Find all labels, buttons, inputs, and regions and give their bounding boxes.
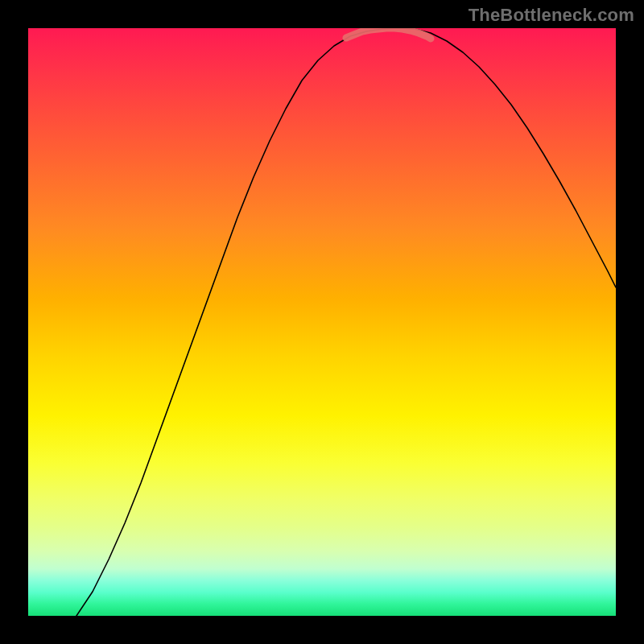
chart-svg — [28, 28, 616, 616]
chart-frame: TheBottleneck.com — [0, 0, 644, 644]
optimal-range-highlight — [346, 28, 431, 39]
bottleneck-curve — [76, 28, 616, 616]
watermark-text: TheBottleneck.com — [469, 5, 634, 26]
plot-area — [28, 28, 616, 616]
